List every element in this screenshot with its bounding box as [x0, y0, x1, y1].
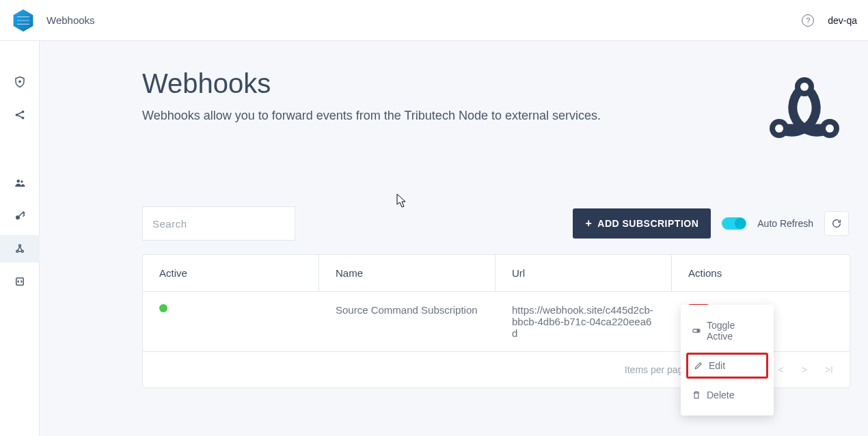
- sidebar-item-webhooks[interactable]: [0, 235, 40, 262]
- svg-point-9: [21, 250, 23, 252]
- sidebar-item-keys[interactable]: [0, 202, 40, 230]
- sidebar-item-code[interactable]: [0, 268, 40, 295]
- menu-toggle-active[interactable]: Toggle Active: [681, 312, 774, 350]
- col-url[interactable]: Url: [496, 255, 672, 292]
- next-page-button[interactable]: >: [799, 364, 810, 375]
- svg-point-1: [19, 81, 21, 82]
- svg-point-17: [826, 124, 834, 133]
- cell-name: Source Command Subscription: [319, 292, 496, 352]
- search-input[interactable]: [152, 218, 282, 230]
- cell-active: [143, 292, 319, 352]
- svg-point-10: [19, 245, 21, 247]
- toggle-icon: [692, 326, 701, 336]
- mouse-cursor: [396, 193, 407, 208]
- cell-url: https://webhook.site/c445d2cb-bbcb-4db6-…: [496, 292, 672, 352]
- sidebar: [0, 41, 40, 436]
- svg-point-7: [16, 215, 20, 219]
- row-actions-menu: Toggle Active Edit Delete: [681, 305, 774, 415]
- table-header: Active Name Url Actions: [143, 255, 850, 292]
- trash-icon: [692, 390, 701, 400]
- search-box[interactable]: [142, 206, 295, 241]
- menu-toggle-active-label: Toggle Active: [707, 320, 763, 342]
- col-name[interactable]: Name: [319, 255, 496, 292]
- col-active[interactable]: Active: [143, 255, 319, 292]
- menu-delete-label: Delete: [707, 390, 734, 400]
- svg-point-16: [775, 124, 783, 133]
- sidebar-item-share[interactable]: [0, 101, 40, 128]
- menu-delete[interactable]: Delete: [681, 381, 774, 409]
- sidebar-item-privacy[interactable]: [0, 68, 40, 96]
- topbar: Webhooks ? dev-qa: [0, 0, 868, 41]
- help-icon[interactable]: ?: [802, 14, 814, 27]
- page-subtitle: Webhooks allow you to forward events fro…: [142, 109, 601, 123]
- active-status-dot: [159, 304, 167, 312]
- add-subscription-button[interactable]: + ADD SUBSCRIPTION: [573, 208, 711, 239]
- auto-refresh-label: Auto Refresh: [757, 218, 813, 229]
- auto-refresh-toggle[interactable]: [722, 217, 746, 230]
- refresh-icon: [831, 218, 842, 229]
- add-subscription-label: ADD SUBSCRIPTION: [597, 218, 699, 229]
- user-menu[interactable]: dev-qa: [828, 15, 857, 26]
- plus-icon: +: [585, 217, 592, 230]
- svg-point-15: [800, 83, 809, 91]
- page-title: Webhooks: [142, 68, 601, 99]
- webhook-graphic-icon: [760, 68, 849, 157]
- edit-icon: [694, 361, 703, 370]
- svg-point-20: [697, 330, 699, 332]
- prev-page-button[interactable]: <: [776, 364, 787, 375]
- svg-point-6: [21, 180, 23, 182]
- menu-edit-label: Edit: [709, 360, 725, 371]
- breadcrumb-title: Webhooks: [46, 14, 95, 26]
- menu-edit[interactable]: Edit: [686, 353, 768, 379]
- svg-point-5: [17, 180, 21, 183]
- refresh-button[interactable]: [824, 211, 849, 236]
- col-actions: Actions: [672, 255, 850, 292]
- app-logo: [11, 8, 36, 33]
- last-page-button[interactable]: >I: [822, 364, 836, 375]
- svg-point-8: [16, 250, 18, 252]
- sidebar-item-users[interactable]: [0, 169, 40, 197]
